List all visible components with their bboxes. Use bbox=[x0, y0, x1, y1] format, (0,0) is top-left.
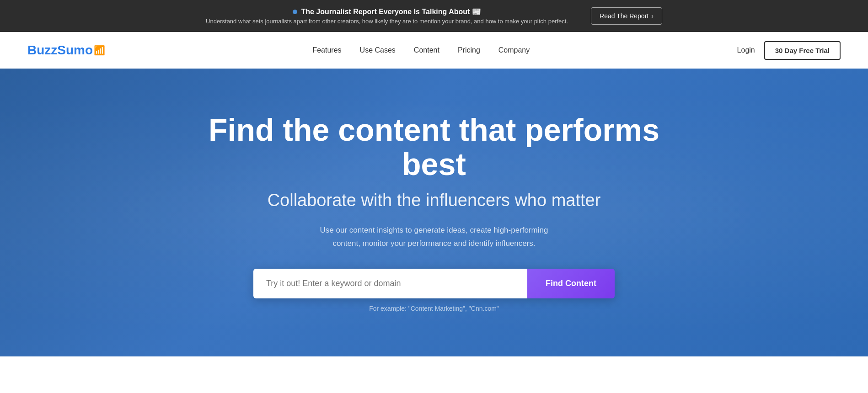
nav-item-features[interactable]: Features bbox=[312, 46, 341, 54]
logo-text: BuzzSumo bbox=[27, 43, 93, 58]
banner-title: The Journalist Report Everyone Is Talkin… bbox=[293, 7, 481, 16]
search-container: Find Content bbox=[253, 269, 615, 298]
logo[interactable]: BuzzSumo 📶 bbox=[27, 43, 105, 58]
hero-content: Find the content that performs best Coll… bbox=[205, 113, 663, 312]
nav-item-company[interactable]: Company bbox=[498, 46, 530, 54]
banner-content: The Journalist Report Everyone Is Talkin… bbox=[206, 7, 568, 25]
nav-right: Login 30 Day Free Trial bbox=[737, 41, 841, 60]
hero-title: Find the content that performs best bbox=[205, 113, 663, 181]
hero-description: Use our content insights to generate ide… bbox=[320, 224, 548, 250]
free-trial-button[interactable]: 30 Day Free Trial bbox=[764, 41, 841, 60]
hero-section: Find the content that performs best Coll… bbox=[0, 69, 868, 356]
top-banner: The Journalist Report Everyone Is Talkin… bbox=[0, 0, 868, 32]
nav-links: Features Use Cases Content Pricing Compa… bbox=[312, 46, 530, 54]
banner-title-text: The Journalist Report Everyone Is Talkin… bbox=[301, 7, 481, 16]
read-report-arrow-icon: › bbox=[651, 12, 654, 20]
search-hint: For example: "Content Marketing", "Cnn.c… bbox=[205, 305, 663, 312]
read-report-button[interactable]: Read The Report › bbox=[591, 7, 662, 25]
nav-item-content[interactable]: Content bbox=[414, 46, 439, 54]
find-content-button[interactable]: Find Content bbox=[527, 269, 615, 298]
read-report-label: Read The Report bbox=[600, 12, 648, 20]
nav-item-pricing[interactable]: Pricing bbox=[458, 46, 480, 54]
search-input[interactable] bbox=[253, 269, 527, 298]
navbar: BuzzSumo 📶 Features Use Cases Content Pr… bbox=[0, 32, 868, 69]
banner-dot-icon bbox=[293, 10, 297, 14]
hero-subtitle: Collaborate with the influencers who mat… bbox=[205, 191, 663, 210]
banner-subtitle: Understand what sets journalists apart f… bbox=[206, 18, 568, 25]
logo-signal-icon: 📶 bbox=[94, 45, 105, 56]
login-link[interactable]: Login bbox=[737, 46, 755, 54]
nav-item-use-cases[interactable]: Use Cases bbox=[360, 46, 396, 54]
